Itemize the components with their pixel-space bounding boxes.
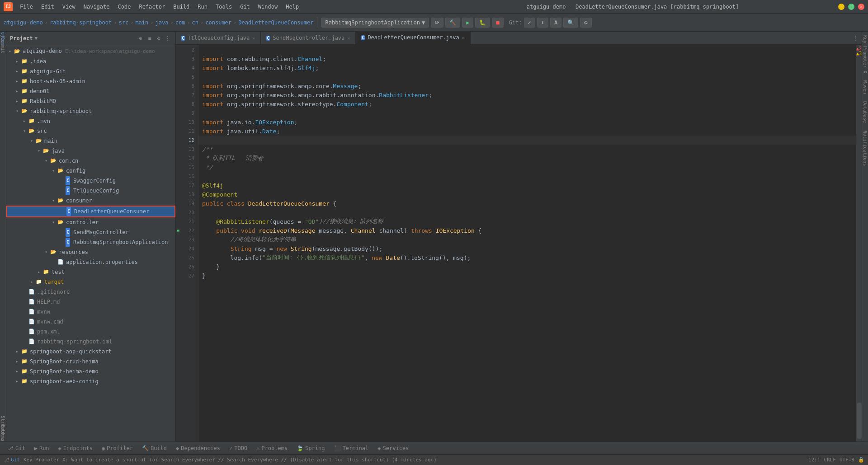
tree-item-application.properties[interactable]: 📄application.properties (6, 257, 175, 267)
refresh-btn[interactable]: ⟳ (431, 18, 443, 28)
menu-item-build[interactable]: Build (170, 3, 193, 11)
tree-item-test[interactable]: ▸📁test (6, 267, 175, 277)
tree-item-sendmsgcontroller[interactable]: CSendMsgController (6, 227, 175, 237)
git-check-btn[interactable]: ✓ (524, 18, 535, 28)
menu-item-tools[interactable]: Tools (212, 3, 236, 11)
tree-item-.mvn[interactable]: ▸📁.mvn (6, 116, 175, 126)
tree-item-help.md[interactable]: 📄HELP.md (6, 297, 175, 307)
bottom-tab-services[interactable]: ◈ Services (374, 444, 412, 452)
editor-tab-sendmsgcontrollerjava[interactable]: CSendMsgController.java✕ (261, 32, 356, 45)
tree-item-com.cn[interactable]: ▾📂com.cn (6, 156, 175, 166)
tree-item-springboot-heima-demo[interactable]: ▸📁SpringBoot-heima-demo (6, 366, 175, 376)
tab-close-btn[interactable]: ✕ (462, 35, 465, 40)
tree-item-rabbitmq-springboot.iml[interactable]: 📄rabbitmq-springboot.iml (6, 337, 175, 347)
editor-tab-deadletterqueueconsumerjava[interactable]: CDeadLetterQueueConsumer.java✕ (356, 32, 470, 45)
database-tab[interactable]: Database (862, 98, 868, 127)
run-btn[interactable]: ▶ (462, 18, 473, 28)
debug-btn[interactable]: 🐛 (475, 18, 490, 28)
bottom-tab-dependencies[interactable]: ◆ Dependencies (172, 444, 224, 452)
tree-item-mvnw[interactable]: 📄mvnw (6, 307, 175, 317)
menu-item-git[interactable]: Git (236, 3, 254, 11)
tree-item-swaggerconfig[interactable]: CSwaggerConfig (6, 176, 175, 186)
tree-item-.gitignore[interactable]: 📄.gitignore (6, 287, 175, 297)
menu-item-refactor[interactable]: Refactor (135, 3, 169, 11)
bottom-tab-build[interactable]: 🔨 Build (138, 444, 170, 452)
tree-item-controller[interactable]: ▾📂controller (6, 217, 175, 227)
tree-item-rabbitmq-springboot[interactable]: ▾📂rabbitmq-springboot (6, 106, 175, 116)
bottom-tab-endpoints[interactable]: ◈ Endpoints (55, 444, 96, 452)
breadcrumb-item-0[interactable]: atguigu-demo (4, 19, 43, 26)
bottom-tab-todo[interactable]: ✓ TODO (226, 444, 251, 452)
cursor-position[interactable]: 12:1 (808, 457, 821, 463)
breadcrumb-item-7[interactable]: consumer (205, 19, 231, 26)
tree-item-deadletterqueueconsumer[interactable]: CDeadLetterQueueConsumer (6, 206, 175, 217)
bottom-tab-problems[interactable]: ⚠ Problems (253, 444, 291, 452)
breadcrumb-item-8[interactable]: DeadLetterQueueConsumer (238, 19, 313, 26)
maximize-button[interactable]: □ (848, 4, 854, 10)
tree-item-boot-web-05-admin[interactable]: ▸📁boot-web-05-admin (6, 76, 175, 86)
tree-item-target[interactable]: ▸📁target (6, 277, 175, 287)
bottom-tab-terminal[interactable]: ⬛ Terminal (330, 444, 373, 452)
settings-btn[interactable]: ⚙ (580, 18, 591, 28)
tree-item-.idea[interactable]: ▸📁.idea (6, 56, 175, 66)
maven-tab[interactable]: Maven (862, 77, 868, 98)
tree-item-pom.xml[interactable]: 📄pom.xml (6, 327, 175, 337)
bottom-tab-git[interactable]: ⎇ Git (4, 444, 29, 452)
tree-item-mvnw.cmd[interactable]: 📄mvnw.cmd (6, 317, 175, 327)
bottom-tab-profiler[interactable]: ◉ Profiler (98, 444, 137, 452)
menu-item-view[interactable]: View (59, 3, 79, 11)
key-promoter-tab[interactable]: Key Promoter X (862, 32, 868, 77)
panel-settings-btn[interactable]: ⋮ (164, 34, 172, 42)
code-content[interactable]: import com.rabbitmq.client.Channel;impor… (198, 45, 856, 442)
bookmarks-tab[interactable]: Bookmarks (0, 434, 6, 440)
breadcrumb-item-1[interactable]: rabbitmq-springboot (50, 19, 112, 26)
tree-item-rabbitmqspringbootapplication[interactable]: CRabbitmqSpringbootApplication (6, 237, 175, 247)
tree-item-rabbitmq[interactable]: ▸📁RabbitMQ (6, 96, 175, 106)
tree-item-ttlqueueconfig[interactable]: CTtlQueueConfig (6, 186, 175, 196)
menu-item-navigate[interactable]: Navigate (80, 3, 113, 11)
breadcrumb-item-6[interactable]: cn (192, 19, 198, 26)
translate-btn[interactable]: A (550, 18, 561, 28)
line-separator[interactable]: CRLF (824, 457, 836, 463)
collapse-all-btn[interactable]: ≡ (146, 34, 154, 42)
encoding[interactable]: UTF-8 (840, 457, 854, 463)
build-btn[interactable]: 🔨 (445, 18, 460, 28)
tree-item-consumer[interactable]: ▾📂consumer (6, 196, 175, 206)
menu-item-code[interactable]: Code (114, 3, 135, 11)
tree-item-atguigu-git[interactable]: ▸📁atguigu-Git (6, 66, 175, 76)
tree-item-demo01[interactable]: ▸📁demo01 (6, 86, 175, 96)
close-button[interactable]: ✕ (858, 4, 864, 10)
stop-btn[interactable]: ■ (492, 18, 503, 28)
run-config-btn[interactable]: RabbitmqSpringbootApplication ▼ (321, 18, 429, 28)
panel-options-btn[interactable]: ⚙ (155, 34, 163, 42)
git-status-icon[interactable]: ⎇ Git (4, 457, 20, 463)
commit-tab[interactable]: Commit (0, 42, 6, 48)
tab-close-btn[interactable]: ✕ (347, 36, 350, 41)
tree-item-java[interactable]: ▾📂java (6, 146, 175, 156)
editor-tab-ttlqueueconfigjava[interactable]: CTtlQueueConfig.java✕ (176, 32, 261, 45)
tree-item-atguigu-demo[interactable]: ▾📂atguigu-demo E:\idea-workspace\atguigu… (6, 46, 175, 56)
tab-close-btn[interactable]: ✕ (252, 36, 255, 41)
menu-item-help[interactable]: Help (282, 3, 302, 11)
scroll-to-file-btn[interactable]: ⊕ (137, 34, 145, 42)
breadcrumb-item-5[interactable]: com (175, 19, 185, 26)
tree-item-main[interactable]: ▾📂main (6, 136, 175, 146)
bottom-tab-spring[interactable]: 🍃 Spring (293, 444, 328, 452)
tabs-more-btn[interactable]: ⋮ (849, 35, 862, 41)
tree-item-springboot-aop-quickstart[interactable]: ▸📁springboot-aop-quickstart (6, 347, 175, 357)
breadcrumb-item-4[interactable]: java (156, 19, 169, 26)
breadcrumb-item-3[interactable]: main (135, 19, 148, 26)
tree-item-src[interactable]: ▾📂src (6, 126, 175, 136)
notifications-tab[interactable]: Notifications (862, 127, 868, 169)
tree-item-springboot-web-config[interactable]: ▸📁springboot-web-config (6, 376, 175, 386)
bottom-tab-run[interactable]: ▶ Run (31, 444, 53, 452)
minimize-button[interactable]: — (838, 4, 844, 10)
git-push-btn[interactable]: ⬆ (537, 18, 548, 28)
stripe-scroll[interactable] (857, 403, 862, 439)
menu-item-file[interactable]: File (16, 3, 37, 11)
menu-item-edit[interactable]: Edit (38, 3, 58, 11)
menu-item-run[interactable]: Run (194, 3, 211, 11)
breadcrumb-item-2[interactable]: src (118, 19, 128, 26)
search-btn[interactable]: 🔍 (563, 18, 578, 28)
menu-item-window[interactable]: Window (255, 3, 281, 11)
